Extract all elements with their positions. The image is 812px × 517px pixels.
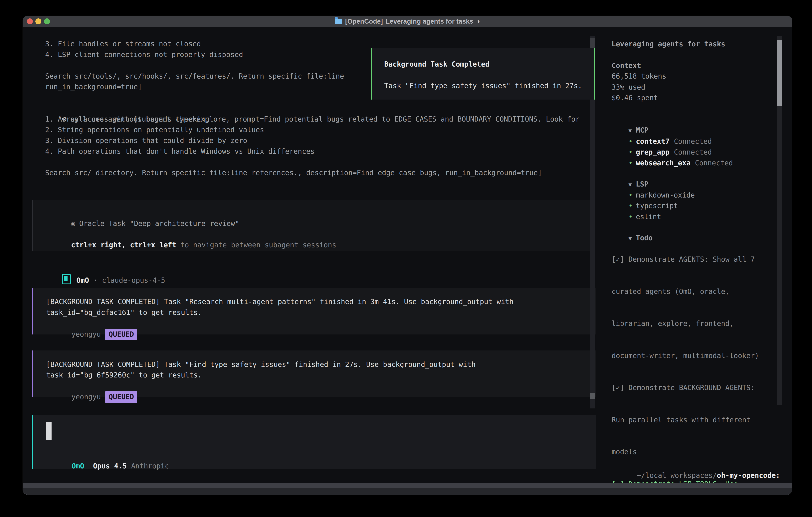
workspace-repo: oh-my-opencode:	[717, 471, 780, 480]
status-dot-icon: •	[628, 159, 633, 167]
task-user: yeongyu	[71, 393, 101, 401]
titlebar: [OpenCode] Leveraging agents for tasks ◑	[23, 16, 792, 27]
bottom-band-dark	[23, 488, 792, 495]
sidebar-scrollbar[interactable]	[777, 36, 782, 405]
session-progress-icon: ◑	[476, 18, 480, 25]
close-button[interactable]	[27, 19, 33, 24]
notification-toast[interactable]: Background Task Completed Task "Find typ…	[371, 48, 594, 100]
task-message-line: [BACKGROUND TASK COMPLETED] Task "Find t…	[46, 359, 475, 370]
context-tokens: 66,518 tokens	[612, 71, 666, 82]
window-title-prefix: [OpenCode]	[345, 18, 383, 25]
toast-body: Task "Find type safety issues" finished …	[384, 80, 582, 91]
sidebar-scrollbar-thumb[interactable]	[777, 40, 782, 106]
opencode-terminal-window: [OpenCode] Leveraging agents for tasks ◑…	[23, 16, 792, 495]
status-badge: QUEUED	[105, 329, 137, 340]
task-message-line: task_id="bg_dcfac161" to get results.	[46, 307, 202, 318]
tool-call-item: 1. Array access without bounds checking	[45, 114, 209, 125]
window-bottom-chrome	[23, 483, 792, 495]
mcp-status: Connected	[691, 159, 733, 167]
tool-call-item: 4. Path operations that don't handle Win…	[45, 146, 315, 157]
todo-item-line: document-writer, multimodal-looker)	[612, 351, 767, 361]
mcp-name: websearch_exa	[636, 159, 691, 167]
shortcut-description: to navigate between subagent sessions	[176, 241, 336, 249]
oracle-icon: ◉	[71, 219, 75, 227]
separator-dot: ·	[89, 276, 98, 284]
agent-name: OmO	[71, 276, 89, 284]
tool-call-footer: Search src/ directory. Return specific f…	[45, 167, 542, 178]
transcript-line: 3. File handles or streams not closed	[45, 38, 201, 49]
tool-call-item: 2. String operations on potentially unde…	[45, 124, 264, 135]
input-provider: Anthropic	[127, 462, 169, 470]
todo-item-line: [✓] Demonstrate AGENTS: Show all 7	[612, 254, 767, 265]
status-badge: QUEUED	[105, 391, 137, 403]
transcript-line: run_in_background=true]	[45, 81, 142, 92]
context-used: 33% used	[612, 82, 645, 92]
subagent-nav-hint: ctrl+x right, ctrl+x left to navigate be…	[46, 229, 336, 261]
oracle-task-box: ◉Oracle Task "Deep architecture review" …	[32, 200, 595, 251]
context-spent: $0.46 spent	[612, 92, 658, 103]
input-agent-name: OmO	[71, 462, 84, 470]
task-meta-row: yeongyuQUEUED	[46, 380, 137, 414]
traffic-lights	[27, 16, 50, 27]
task-message-line: task_id="bg_6f59260c" to get results.	[46, 370, 202, 380]
todo-item-line: curated agents (OmO, oracle,	[612, 286, 767, 297]
zoom-button[interactable]	[44, 19, 50, 24]
status-dot-icon: •	[628, 213, 633, 221]
agent-checkbox-icon	[62, 274, 71, 284]
sidebar-context-heading: Context	[612, 60, 641, 71]
background-task-box: [BACKGROUND TASK COMPLETED] Task "Find t…	[32, 351, 596, 397]
shortcut-keys: ctrl+x right, ctrl+x left	[71, 241, 176, 249]
todo-item-line: Run parallel tasks with different	[612, 415, 767, 426]
folder-icon	[335, 19, 342, 24]
bottom-band-light	[23, 483, 792, 488]
transcript-line: 4. LSP client connections not properly d…	[45, 49, 243, 60]
todo-item-line: librarian, explore, frontend,	[612, 318, 767, 329]
toast-title: Background Task Completed	[384, 59, 490, 70]
task-user: yeongyu	[71, 330, 101, 338]
task-meta-row: yeongyuQUEUED	[46, 318, 137, 351]
chat-scrollbar-thumb[interactable]	[590, 393, 595, 399]
background-task-box: [BACKGROUND TASK COMPLETED] Task "Resear…	[32, 288, 596, 334]
agent-model: claude-opus-4-5	[98, 276, 165, 284]
tool-call-item: 3. Division operations that could divide…	[45, 135, 247, 146]
todo-item-line: [✓] Demonstrate BACKGROUND AGENTS:	[612, 382, 767, 393]
window-title: [OpenCode] Leveraging agents for tasks ◑	[335, 18, 480, 25]
text-cursor	[46, 422, 52, 440]
sidebar-session-title: Leveraging agents for tasks	[612, 38, 725, 49]
minimize-button[interactable]	[35, 19, 41, 24]
transcript-line: Search src/tools/, src/hooks/, src/featu…	[45, 71, 344, 82]
window-title-text: Leveraging agents for tasks	[386, 18, 473, 25]
task-message-line: [BACKGROUND TASK COMPLETED] Task "Resear…	[46, 296, 514, 307]
prompt-input[interactable]: OmOOpus 4.5Anthropic	[32, 415, 596, 469]
input-model: Opus 4.5	[84, 462, 127, 470]
